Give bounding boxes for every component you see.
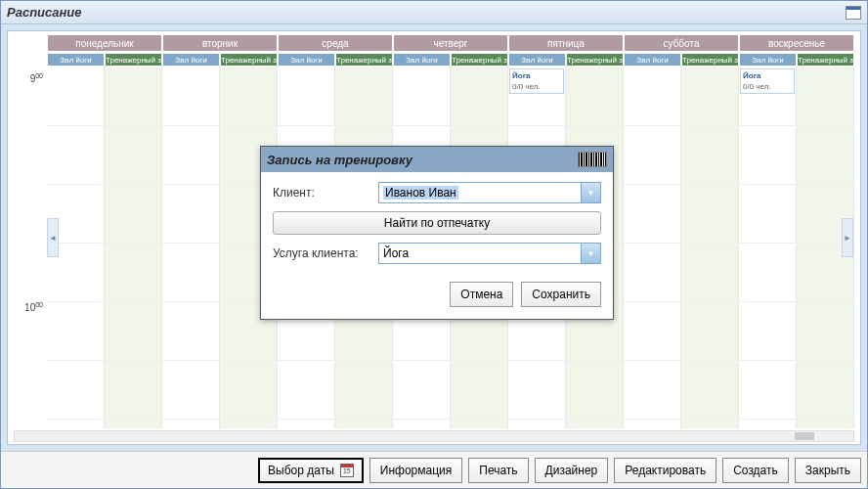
event-title: Йога xyxy=(743,71,792,80)
edit-button[interactable]: Редактировать xyxy=(614,458,716,483)
room-header-row: Зал йогиТренажерный зал Зал йогиТренажер… xyxy=(47,53,854,67)
client-combobox[interactable]: Иванов Иван ▼ xyxy=(378,182,601,203)
restore-icon[interactable] xyxy=(846,6,861,20)
day-header-mon[interactable]: понедельник xyxy=(47,34,162,52)
chevron-down-icon[interactable]: ▼ xyxy=(581,183,600,202)
footer-toolbar: Выбор даты 15 Информация Печать Дизайнер… xyxy=(1,451,867,488)
service-combobox[interactable]: Йога ▼ xyxy=(378,243,601,264)
room-yoga[interactable]: Зал йоги xyxy=(508,53,566,67)
day-header-sat[interactable]: суббота xyxy=(624,34,739,52)
day-header-wed[interactable]: среда xyxy=(278,34,393,52)
service-label: Услуга клиента: xyxy=(273,246,370,260)
horizontal-scrollbar[interactable] xyxy=(14,430,854,442)
dialog-title: Запись на тренировку xyxy=(267,153,412,167)
room-yoga[interactable]: Зал йоги xyxy=(278,53,335,67)
day-header-fri[interactable]: пятница xyxy=(508,34,624,52)
window-title: Расписание xyxy=(7,5,82,20)
info-button[interactable]: Информация xyxy=(369,458,462,483)
event-friday-yoga[interactable]: Йога 0/0 чел. xyxy=(509,68,564,94)
barcode-icon[interactable] xyxy=(578,152,607,167)
close-button[interactable]: Закрыть xyxy=(795,458,861,483)
room-yoga[interactable]: Зал йоги xyxy=(624,53,681,67)
room-yoga[interactable]: Зал йоги xyxy=(739,53,797,67)
schedule-window: Расписание понедельник вторник среда чет… xyxy=(0,0,868,489)
event-sunday-yoga[interactable]: Йога 0/0 чел. xyxy=(740,68,795,94)
chevron-down-icon[interactable]: ▼ xyxy=(581,244,600,263)
room-gym[interactable]: Тренажерный зал xyxy=(797,53,854,67)
calendar-icon: 15 xyxy=(340,464,354,477)
cancel-button[interactable]: Отмена xyxy=(450,282,513,307)
room-gym[interactable]: Тренажерный зал xyxy=(220,53,278,67)
next-week-button[interactable]: ► xyxy=(842,218,853,257)
service-value: Йога xyxy=(383,246,409,260)
time-10: 1000 xyxy=(24,301,43,313)
room-yoga[interactable]: Зал йоги xyxy=(162,53,220,67)
event-subtitle: 0/0 чел. xyxy=(743,82,792,91)
prev-week-button[interactable]: ◄ xyxy=(47,218,59,257)
event-title: Йога xyxy=(512,71,561,80)
day-header-tue[interactable]: вторник xyxy=(162,34,278,52)
save-button[interactable]: Сохранить xyxy=(521,282,601,307)
client-value: Иванов Иван xyxy=(383,186,458,200)
room-yoga[interactable]: Зал йоги xyxy=(393,53,451,67)
print-button[interactable]: Печать xyxy=(468,458,528,483)
titlebar: Расписание xyxy=(1,1,867,24)
scrollbar-thumb[interactable] xyxy=(795,432,814,440)
day-header-thu[interactable]: четверг xyxy=(393,34,508,52)
time-gutter: 900 1000 xyxy=(8,67,47,428)
room-gym[interactable]: Тренажерный зал xyxy=(105,53,162,67)
room-gym[interactable]: Тренажерный зал xyxy=(335,53,393,67)
date-picker-label: Выбор даты xyxy=(268,464,334,477)
event-subtitle: 0/0 чел. xyxy=(512,82,561,91)
room-gym[interactable]: Тренажерный зал xyxy=(681,53,739,67)
day-header-sun[interactable]: воскресенье xyxy=(739,34,854,52)
col-sun-yoga: Йога 0/0 чел. xyxy=(739,67,797,428)
room-gym[interactable]: Тренажерный зал xyxy=(566,53,624,67)
find-by-fingerprint-button[interactable]: Найти по отпечатку xyxy=(273,211,601,235)
create-button[interactable]: Создать xyxy=(722,458,789,483)
booking-dialog: Запись на тренировку Клиент: Иванов Иван… xyxy=(260,146,614,320)
room-gym[interactable]: Тренажерный зал xyxy=(451,53,508,67)
date-picker-button[interactable]: Выбор даты 15 xyxy=(258,458,364,483)
dialog-titlebar[interactable]: Запись на тренировку xyxy=(261,147,613,172)
time-9: 900 xyxy=(30,72,43,84)
room-yoga[interactable]: Зал йоги xyxy=(47,53,105,67)
designer-button[interactable]: Дизайнер xyxy=(535,458,609,483)
dialog-body: Клиент: Иванов Иван ▼ Найти по отпечатку… xyxy=(261,172,613,319)
client-label: Клиент: xyxy=(273,186,370,200)
day-header-row: понедельник вторник среда четверг пятниц… xyxy=(47,34,854,52)
